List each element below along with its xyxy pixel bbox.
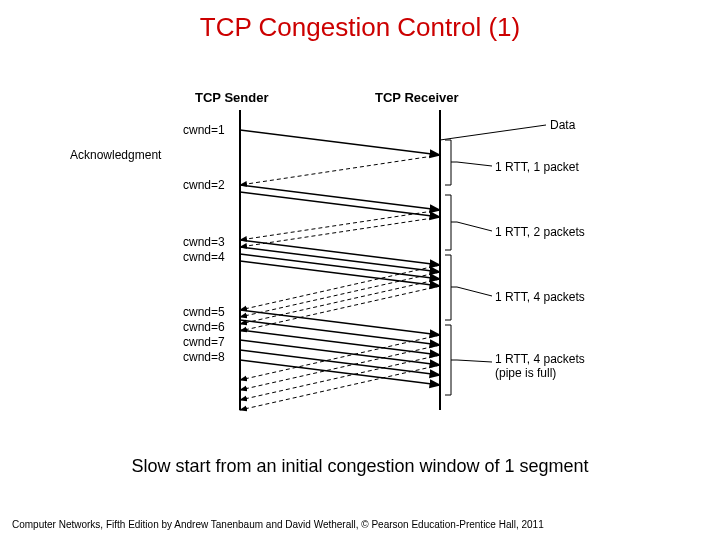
rtt-2: 1 RTT, 2 packets xyxy=(495,225,585,239)
svg-line-14 xyxy=(240,272,440,317)
rtt-3: 1 RTT, 4 packets xyxy=(495,290,585,304)
cwnd-7: cwnd=7 xyxy=(183,335,225,349)
ack-label: Acknowledgment xyxy=(70,148,161,162)
svg-line-7 xyxy=(240,210,440,240)
svg-line-22 xyxy=(240,360,440,385)
cwnd-4: cwnd=4 xyxy=(183,250,225,264)
slow-start-diagram: TCP Sender TCP Receiver Acknowledgment D… xyxy=(80,90,640,430)
cwnd-3: cwnd=3 xyxy=(183,235,225,249)
svg-line-3 xyxy=(240,130,440,155)
svg-line-17 xyxy=(240,310,440,335)
svg-line-15 xyxy=(240,279,440,324)
svg-line-6 xyxy=(240,192,440,217)
cwnd-5: cwnd=5 xyxy=(183,305,225,319)
page-title: TCP Congestion Control (1) xyxy=(0,12,720,43)
rtt-1: 1 RTT, 1 packet xyxy=(495,160,579,174)
cwnd-6: cwnd=6 xyxy=(183,320,225,334)
svg-line-2 xyxy=(440,125,546,140)
svg-line-27 xyxy=(457,162,492,166)
data-label: Data xyxy=(550,118,575,132)
rtt-4: 1 RTT, 4 packets (pipe is full) xyxy=(495,352,585,380)
caption: Slow start from an initial congestion wi… xyxy=(0,456,720,477)
svg-line-29 xyxy=(457,287,492,296)
receiver-label: TCP Receiver xyxy=(375,90,459,105)
svg-line-13 xyxy=(240,265,440,310)
svg-line-30 xyxy=(457,360,492,362)
svg-line-11 xyxy=(240,254,440,279)
svg-line-9 xyxy=(240,240,440,265)
svg-line-4 xyxy=(240,155,440,185)
sender-label: TCP Sender xyxy=(195,90,268,105)
svg-line-12 xyxy=(240,261,440,286)
svg-line-28 xyxy=(457,222,492,231)
cwnd-8: cwnd=8 xyxy=(183,350,225,364)
svg-line-8 xyxy=(240,217,440,247)
cwnd-1: cwnd=1 xyxy=(183,123,225,137)
svg-line-5 xyxy=(240,185,440,210)
cwnd-2: cwnd=2 xyxy=(183,178,225,192)
footer-citation: Computer Networks, Fifth Edition by Andr… xyxy=(12,519,708,530)
svg-line-10 xyxy=(240,247,440,272)
